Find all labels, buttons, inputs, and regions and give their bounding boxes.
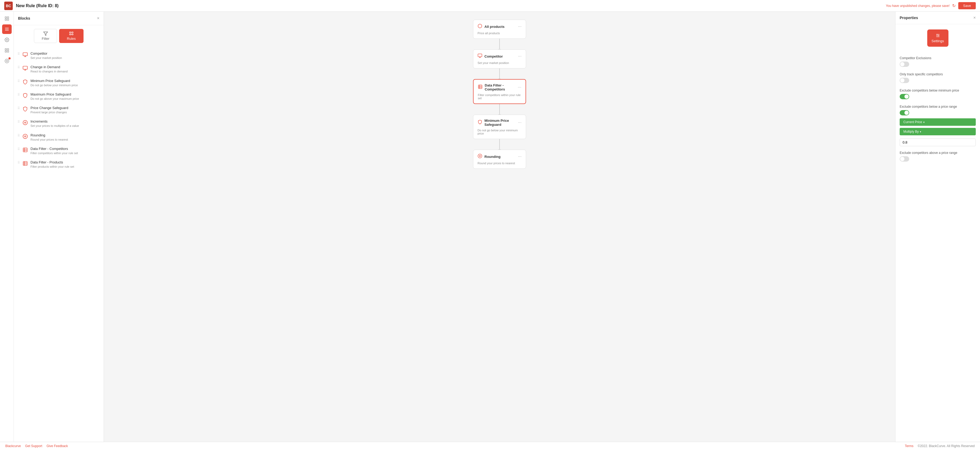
- footer-right: Terms ©2022. BlackCurve. All Rights Rese…: [905, 444, 975, 448]
- data-filter-node-menu[interactable]: ···: [518, 85, 521, 90]
- footer-brand[interactable]: Blackcurve: [5, 444, 21, 448]
- min-safeguard-block-name: Minimum Price Safeguard: [30, 79, 100, 83]
- prop-section-exclude-above-range: Exclude competitors above a price range: [900, 151, 976, 163]
- flow-node-competitor-header: Competitor ···: [477, 53, 522, 59]
- block-item-increments[interactable]: ⠿ Increments Set your prices to multiple…: [14, 117, 104, 130]
- save-button[interactable]: Save: [958, 2, 976, 9]
- nav-item-rules[interactable]: [2, 24, 12, 34]
- svg-rect-22: [23, 66, 27, 70]
- min-price-node-title: Minimum Price Safeguard: [484, 119, 516, 126]
- logo: BC: [4, 2, 13, 10]
- block-item-demand[interactable]: ⠿ Change in Demand React to changes in d…: [14, 62, 104, 76]
- flow-node-competitor[interactable]: Competitor ··· Set your market position: [473, 49, 526, 69]
- all-products-node-icon: [477, 24, 482, 29]
- demand-block-text: Change in Demand React to changes in dem…: [30, 65, 100, 73]
- price-multiplier-input[interactable]: [900, 139, 976, 146]
- flow-node-all-products[interactable]: All products ··· Price all products: [473, 20, 526, 39]
- min-safeguard-block-desc: Do not go below your minimum price: [30, 83, 100, 87]
- toggle-competitor-exclusions[interactable]: [900, 62, 909, 67]
- svg-rect-18: [72, 34, 73, 35]
- all-products-node-desc: Price all products: [477, 32, 522, 35]
- svg-rect-11: [7, 51, 8, 52]
- toggle-exclude-above-range[interactable]: [900, 156, 909, 161]
- rules-toggle-button[interactable]: Rules: [59, 29, 83, 43]
- max-safeguard-block-name: Maximum Price Safeguard: [30, 93, 100, 96]
- header: BC New Rule (Rule ID: 8) You have unpubl…: [0, 0, 980, 12]
- header-left: BC New Rule (Rule ID: 8): [4, 2, 59, 10]
- block-item-data-filter-products[interactable]: ⠿ Data Filter - Products Filter products…: [14, 158, 104, 171]
- rounding-block-icon: [22, 133, 29, 140]
- rounding-block-desc: Round your prices to nearest: [30, 138, 100, 141]
- all-products-node-menu[interactable]: ···: [518, 24, 522, 29]
- nav-item-grid[interactable]: [2, 46, 12, 55]
- footer-give-feedback[interactable]: Give Feedback: [46, 444, 68, 448]
- drag-handle-competitor: ⠿: [18, 52, 20, 56]
- rounding-node-icon: [477, 154, 482, 160]
- rounding-block-text: Rounding Round your prices to nearest: [30, 133, 100, 141]
- demand-block-icon: [22, 65, 29, 71]
- drag-handle-price-change: ⠿: [18, 106, 20, 110]
- toggle-exclude-below-min[interactable]: [900, 94, 909, 99]
- block-item-max-safeguard[interactable]: ⠿ Maximum Price Safeguard Do not go abov…: [14, 90, 104, 103]
- connector-4: [499, 139, 500, 150]
- block-item-min-safeguard[interactable]: ⠿ Minimum Price Safeguard Do not go belo…: [14, 76, 104, 90]
- data-filter-products-block-icon: [22, 160, 29, 167]
- rounding-node-menu[interactable]: ···: [518, 154, 522, 159]
- drag-handle-demand: ⠿: [18, 65, 20, 69]
- multiply-by-dropdown[interactable]: Multiply By: [900, 128, 976, 135]
- increments-block-text: Increments Set your prices to multiples …: [30, 120, 100, 128]
- data-filter-competitors-block-name: Data Filter - Competitors: [30, 147, 100, 151]
- svg-point-7: [6, 39, 8, 41]
- main-layout: Blocks × Filter Rules ⠿: [0, 12, 980, 442]
- flow-node-all-products-header: All products ···: [477, 24, 522, 29]
- demand-block-desc: React to changes in demand: [30, 70, 100, 73]
- flow-node-data-filter-competitors[interactable]: Data Filter - Competitors ··· Filter com…: [473, 79, 526, 104]
- blocks-close-button[interactable]: ×: [97, 16, 99, 21]
- blocks-panel: Blocks × Filter Rules ⠿: [14, 12, 104, 442]
- flow-node-min-price-safeguard[interactable]: Minimum Price Safeguard ··· Do not go be…: [473, 115, 526, 139]
- max-safeguard-block-icon: [22, 93, 29, 99]
- current-price-label: Current Price: [904, 120, 922, 124]
- block-item-competitor[interactable]: ⠿ Competitor Set your market position: [14, 49, 104, 62]
- svg-point-28: [25, 136, 26, 137]
- multiply-by-label: Multiply By: [904, 130, 919, 134]
- svg-rect-8: [5, 49, 6, 50]
- page-title: New Rule (Rule ID: 8): [16, 3, 59, 8]
- footer-copyright: ©2022. BlackCurve. All Rights Reserved: [918, 444, 975, 448]
- svg-rect-0: [5, 17, 6, 18]
- refresh-icon[interactable]: ↻: [952, 3, 956, 8]
- filter-label: Filter: [41, 37, 49, 41]
- svg-rect-1: [7, 17, 8, 18]
- svg-rect-34: [478, 85, 482, 89]
- footer-get-support[interactable]: Get Support: [25, 444, 43, 448]
- nav-item-monitor[interactable]: [2, 56, 12, 66]
- prop-label-exclude-above-range: Exclude competitors above a price range: [900, 151, 976, 155]
- prop-label-exclude-below-min: Exclude competitors below minimum price: [900, 89, 976, 93]
- block-item-price-change-safeguard[interactable]: ⠿ Price Change Safeguard Prevent large p…: [14, 103, 104, 117]
- nav-item-settings[interactable]: [2, 35, 12, 45]
- block-item-rounding[interactable]: ⠿ Rounding Round your prices to nearest: [14, 131, 104, 144]
- competitor-block-name: Competitor: [30, 51, 100, 56]
- settings-button-label: Settings: [931, 39, 944, 43]
- competitor-node-menu[interactable]: ···: [518, 54, 522, 59]
- min-price-node-menu[interactable]: ···: [518, 120, 522, 125]
- flow-node-rounding[interactable]: Rounding ··· Round your prices to neares…: [473, 150, 526, 169]
- filter-toggle-button[interactable]: Filter: [34, 29, 57, 43]
- nav-item-home[interactable]: [2, 14, 12, 23]
- svg-point-27: [23, 134, 27, 139]
- current-price-dropdown[interactable]: Current Price: [900, 118, 976, 126]
- rounding-node-title: Rounding: [484, 155, 516, 159]
- data-filter-competitors-block-desc: Filter competitors within your rule set: [30, 151, 100, 155]
- svg-rect-31: [478, 54, 482, 57]
- settings-button[interactable]: Settings: [927, 29, 948, 47]
- footer-terms[interactable]: Terms: [905, 444, 913, 448]
- toggle-only-track[interactable]: [900, 78, 909, 83]
- block-item-data-filter-competitors[interactable]: ⠿ Data Filter - Competitors Filter compe…: [14, 144, 104, 158]
- prop-label-competitor-exclusions: Competitor Exclusions: [900, 56, 976, 60]
- properties-close-button[interactable]: ×: [974, 15, 976, 20]
- svg-point-13: [6, 60, 8, 62]
- svg-rect-9: [7, 49, 8, 50]
- svg-marker-14: [43, 32, 48, 35]
- prop-section-exclude-below-range: Exclude competitors below a price range …: [900, 105, 976, 146]
- toggle-exclude-below-range[interactable]: [900, 110, 909, 115]
